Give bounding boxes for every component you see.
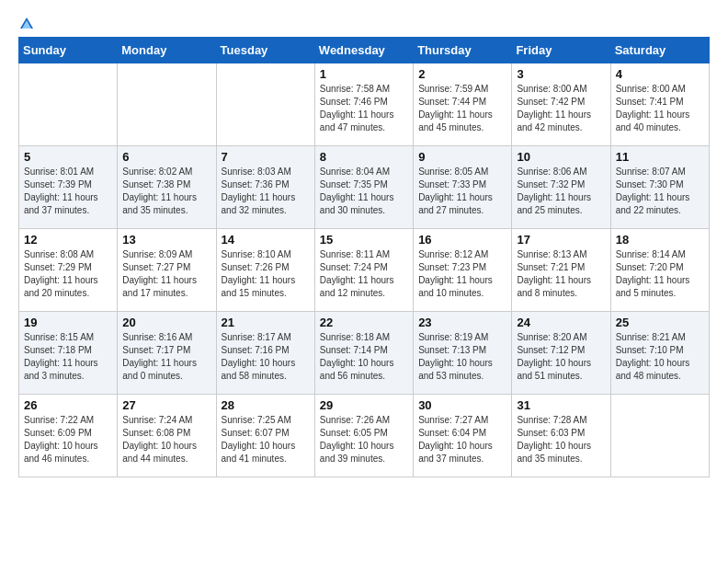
day-cell: 9Sunrise: 8:05 AM Sunset: 7:33 PM Daylig…	[414, 145, 512, 228]
day-number: 30	[418, 398, 506, 412]
day-info: Sunrise: 8:12 AM Sunset: 7:23 PM Dayligh…	[418, 248, 506, 300]
day-number: 3	[517, 67, 605, 81]
day-number: 7	[222, 150, 310, 164]
week-row-5: 26Sunrise: 7:22 AM Sunset: 6:09 PM Dayli…	[19, 394, 710, 477]
day-number: 15	[320, 233, 408, 247]
day-cell: 20Sunrise: 8:16 AM Sunset: 7:17 PM Dayli…	[118, 311, 216, 394]
day-info: Sunrise: 8:05 AM Sunset: 7:33 PM Dayligh…	[418, 166, 506, 217]
day-cell: 11Sunrise: 8:07 AM Sunset: 7:30 PM Dayli…	[610, 145, 709, 228]
day-cell: 25Sunrise: 8:21 AM Sunset: 7:10 PM Dayli…	[610, 311, 709, 394]
day-cell: 15Sunrise: 8:11 AM Sunset: 7:24 PM Dayli…	[314, 228, 413, 311]
day-info: Sunrise: 8:16 AM Sunset: 7:17 PM Dayligh…	[122, 331, 210, 383]
day-info: Sunrise: 8:00 AM Sunset: 7:41 PM Dayligh…	[616, 83, 704, 134]
day-cell: 21Sunrise: 8:17 AM Sunset: 7:16 PM Dayli…	[216, 311, 314, 394]
header	[18, 15, 710, 33]
day-info: Sunrise: 7:26 AM Sunset: 6:05 PM Dayligh…	[320, 414, 408, 465]
day-info: Sunrise: 8:06 AM Sunset: 7:32 PM Dayligh…	[517, 166, 605, 217]
day-info: Sunrise: 8:14 AM Sunset: 7:20 PM Dayligh…	[616, 248, 704, 300]
weekday-header-row: SundayMondayTuesdayWednesdayThursdayFrid…	[19, 37, 710, 63]
day-cell: 31Sunrise: 7:28 AM Sunset: 6:03 PM Dayli…	[512, 394, 610, 477]
day-info: Sunrise: 8:02 AM Sunset: 7:38 PM Dayligh…	[122, 166, 210, 217]
day-info: Sunrise: 7:28 AM Sunset: 6:03 PM Dayligh…	[517, 414, 605, 465]
day-info: Sunrise: 8:17 AM Sunset: 7:16 PM Dayligh…	[222, 331, 310, 383]
logo	[18, 15, 39, 33]
weekday-header-friday: Friday	[512, 37, 610, 63]
week-row-1: 1Sunrise: 7:58 AM Sunset: 7:46 PM Daylig…	[19, 63, 710, 145]
day-number: 19	[24, 316, 112, 329]
day-info: Sunrise: 8:15 AM Sunset: 7:18 PM Dayligh…	[24, 331, 112, 383]
day-number: 14	[222, 233, 310, 247]
day-number: 27	[122, 398, 210, 412]
day-cell: 23Sunrise: 8:19 AM Sunset: 7:13 PM Dayli…	[414, 311, 512, 394]
day-number: 1	[320, 67, 408, 81]
day-cell	[610, 394, 709, 477]
day-info: Sunrise: 7:24 AM Sunset: 6:08 PM Dayligh…	[122, 414, 210, 465]
day-cell	[216, 63, 314, 145]
day-cell: 4Sunrise: 8:00 AM Sunset: 7:41 PM Daylig…	[610, 63, 709, 145]
day-info: Sunrise: 8:10 AM Sunset: 7:26 PM Dayligh…	[222, 248, 310, 300]
day-cell: 14Sunrise: 8:10 AM Sunset: 7:26 PM Dayli…	[216, 228, 314, 311]
day-number: 2	[418, 67, 506, 81]
day-number: 4	[616, 67, 704, 81]
day-cell: 17Sunrise: 8:13 AM Sunset: 7:21 PM Dayli…	[512, 228, 610, 311]
day-info: Sunrise: 8:08 AM Sunset: 7:29 PM Dayligh…	[24, 248, 112, 300]
day-info: Sunrise: 8:09 AM Sunset: 7:27 PM Dayligh…	[122, 248, 210, 300]
day-cell: 28Sunrise: 7:25 AM Sunset: 6:07 PM Dayli…	[216, 394, 314, 477]
day-cell: 3Sunrise: 8:00 AM Sunset: 7:42 PM Daylig…	[512, 63, 610, 145]
day-info: Sunrise: 8:07 AM Sunset: 7:30 PM Dayligh…	[616, 166, 704, 217]
day-info: Sunrise: 8:21 AM Sunset: 7:10 PM Dayligh…	[616, 331, 704, 383]
day-number: 17	[517, 233, 605, 247]
day-number: 26	[24, 398, 112, 412]
day-cell: 18Sunrise: 8:14 AM Sunset: 7:20 PM Dayli…	[610, 228, 709, 311]
day-info: Sunrise: 8:11 AM Sunset: 7:24 PM Dayligh…	[320, 248, 408, 300]
day-number: 18	[616, 233, 704, 247]
day-number: 29	[320, 398, 408, 412]
day-number: 8	[320, 150, 408, 164]
weekday-header-thursday: Thursday	[414, 37, 512, 63]
weekday-header-wednesday: Wednesday	[314, 37, 413, 63]
day-info: Sunrise: 7:27 AM Sunset: 6:04 PM Dayligh…	[418, 414, 506, 465]
day-cell: 22Sunrise: 8:18 AM Sunset: 7:14 PM Dayli…	[314, 311, 413, 394]
day-number: 13	[122, 233, 210, 247]
day-cell: 30Sunrise: 7:27 AM Sunset: 6:04 PM Dayli…	[414, 394, 512, 477]
weekday-header-sunday: Sunday	[19, 37, 118, 63]
day-number: 10	[517, 150, 605, 164]
day-number: 21	[222, 316, 310, 329]
day-number: 12	[24, 233, 112, 247]
day-cell: 5Sunrise: 8:01 AM Sunset: 7:39 PM Daylig…	[19, 145, 118, 228]
day-cell: 6Sunrise: 8:02 AM Sunset: 7:38 PM Daylig…	[118, 145, 216, 228]
day-cell: 10Sunrise: 8:06 AM Sunset: 7:32 PM Dayli…	[512, 145, 610, 228]
day-info: Sunrise: 7:25 AM Sunset: 6:07 PM Dayligh…	[222, 414, 310, 465]
day-cell: 24Sunrise: 8:20 AM Sunset: 7:12 PM Dayli…	[512, 311, 610, 394]
day-cell: 19Sunrise: 8:15 AM Sunset: 7:18 PM Dayli…	[19, 311, 118, 394]
day-cell	[19, 63, 118, 145]
day-cell: 29Sunrise: 7:26 AM Sunset: 6:05 PM Dayli…	[314, 394, 413, 477]
day-number: 20	[122, 316, 210, 329]
weekday-header-monday: Monday	[118, 37, 216, 63]
day-cell: 26Sunrise: 7:22 AM Sunset: 6:09 PM Dayli…	[19, 394, 118, 477]
day-number: 28	[222, 398, 310, 412]
day-info: Sunrise: 8:20 AM Sunset: 7:12 PM Dayligh…	[517, 331, 605, 383]
day-number: 31	[517, 398, 605, 412]
day-info: Sunrise: 8:18 AM Sunset: 7:14 PM Dayligh…	[320, 331, 408, 383]
day-info: Sunrise: 7:22 AM Sunset: 6:09 PM Dayligh…	[24, 414, 112, 465]
day-number: 23	[418, 316, 506, 329]
day-cell: 12Sunrise: 8:08 AM Sunset: 7:29 PM Dayli…	[19, 228, 118, 311]
day-number: 24	[517, 316, 605, 329]
weekday-header-tuesday: Tuesday	[216, 37, 314, 63]
day-cell: 1Sunrise: 7:58 AM Sunset: 7:46 PM Daylig…	[314, 63, 413, 145]
day-number: 22	[320, 316, 408, 329]
day-info: Sunrise: 7:59 AM Sunset: 7:44 PM Dayligh…	[418, 83, 506, 134]
day-cell: 27Sunrise: 7:24 AM Sunset: 6:08 PM Dayli…	[118, 394, 216, 477]
day-info: Sunrise: 8:19 AM Sunset: 7:13 PM Dayligh…	[418, 331, 506, 383]
day-info: Sunrise: 8:00 AM Sunset: 7:42 PM Dayligh…	[517, 83, 605, 134]
day-number: 16	[418, 233, 506, 247]
day-cell	[118, 63, 216, 145]
day-info: Sunrise: 8:04 AM Sunset: 7:35 PM Dayligh…	[320, 166, 408, 217]
day-cell: 16Sunrise: 8:12 AM Sunset: 7:23 PM Dayli…	[414, 228, 512, 311]
day-cell: 13Sunrise: 8:09 AM Sunset: 7:27 PM Dayli…	[118, 228, 216, 311]
day-number: 9	[418, 150, 506, 164]
day-number: 25	[616, 316, 704, 329]
weekday-header-saturday: Saturday	[610, 37, 709, 63]
day-info: Sunrise: 7:58 AM Sunset: 7:46 PM Dayligh…	[320, 83, 408, 134]
